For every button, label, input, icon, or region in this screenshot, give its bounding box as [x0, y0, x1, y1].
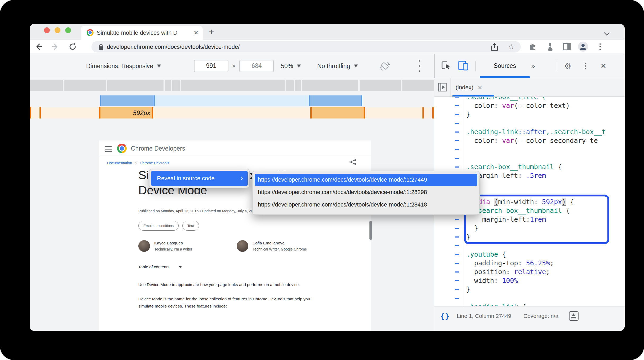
experiments-flask-icon[interactable]	[546, 43, 554, 51]
share-icon[interactable]	[491, 43, 498, 51]
open-file-icon[interactable]	[569, 311, 579, 321]
device-toolbar-toggle-icon[interactable]	[458, 60, 469, 72]
breadcrumb-link[interactable]: Documentation	[107, 161, 132, 165]
rotate-viewport-button[interactable]	[379, 60, 391, 72]
new-tab-button[interactable]: +	[209, 24, 214, 40]
forward-button[interactable]	[51, 43, 59, 51]
gutter-line-marker	[455, 228, 459, 229]
file-tab-close-icon[interactable]: ×	[478, 84, 482, 91]
code-line[interactable]: .heading-link::after,.search-box__t	[434, 128, 625, 136]
code-line[interactable]: .youtube {	[434, 250, 625, 259]
more-panels-icon[interactable]: »	[531, 62, 535, 70]
show-navigator-icon[interactable]	[434, 78, 451, 96]
media-query-orange-segment[interactable]	[312, 107, 364, 118]
dimensions-dropdown[interactable]: Dimensions: Responsive	[86, 62, 161, 69]
tab-search-chevron-icon[interactable]	[604, 30, 610, 36]
pretty-print-icon[interactable]: {}	[440, 312, 450, 320]
gutter-line-marker	[455, 97, 459, 98]
media-query-orange-segment[interactable]	[31, 107, 39, 118]
code-line[interactable]: padding-top: 56.25%;	[434, 259, 625, 267]
topic-chip[interactable]: Test	[182, 221, 199, 231]
media-query-bar-min-width[interactable]	[30, 95, 434, 106]
code-line[interactable]: position: relative;	[434, 267, 625, 276]
share-page-icon[interactable]	[349, 159, 356, 166]
hamburger-menu-icon[interactable]	[105, 146, 112, 153]
media-query-bar-max-width[interactable]: 592px	[30, 107, 434, 118]
media-query-orange-segment[interactable]	[424, 107, 432, 118]
submenu-arrow-icon: ›	[241, 171, 243, 185]
minimize-window-button[interactable]	[55, 27, 60, 33]
code-line[interactable]	[434, 294, 625, 302]
code-line[interactable]: margin-left:1rem	[434, 215, 625, 224]
code-line[interactable]: }	[434, 110, 625, 119]
side-panel-icon[interactable]	[563, 43, 571, 50]
back-button[interactable]	[34, 43, 42, 51]
table-of-contents-toggle[interactable]: Table of contents	[138, 265, 182, 269]
media-query-blue-segment[interactable]	[100, 95, 155, 106]
code-line[interactable]: color: var(--color-secondary-te	[434, 136, 625, 145]
topic-chip[interactable]: Emulate conditions	[138, 221, 179, 231]
media-query-orange-segment[interactable]: 592px	[100, 107, 152, 118]
sources-status-bar: {} Line 1, Column 27449 Coverage: n/a	[434, 306, 625, 331]
tab-sources[interactable]: Sources	[480, 54, 530, 78]
browser-menu-icon[interactable]	[599, 43, 601, 50]
extensions-puzzle-icon[interactable]	[528, 43, 536, 51]
code-line[interactable]	[434, 145, 625, 154]
code-line[interactable]	[434, 241, 625, 250]
author: Kayce BasquesTechnically, I'm a writer	[138, 239, 192, 252]
throttling-dropdown[interactable]: No throttling	[317, 62, 358, 69]
gutter-line-marker	[455, 263, 459, 264]
browser-window: Simulate mobile devices with D ✕ + devel…	[30, 24, 625, 331]
code-line[interactable]: .search-box__title {	[434, 97, 625, 101]
site-name[interactable]: Chrome Developers	[131, 141, 185, 156]
viewport-width-input[interactable]	[194, 60, 228, 72]
media-query-orange-segment[interactable]	[365, 107, 422, 118]
settings-gear-icon[interactable]: ⚙	[564, 61, 571, 71]
address-bar[interactable]: developer.chrome.com/docs/devtools/devic…	[91, 41, 521, 52]
author-name: Sofia Emelianova	[253, 241, 307, 245]
maximize-window-button[interactable]	[65, 27, 71, 33]
media-query-orange-segment[interactable]	[41, 107, 99, 118]
ruler-segment	[295, 80, 301, 91]
device-toolbar-menu-icon[interactable]	[419, 60, 420, 72]
code-line[interactable]: }	[434, 224, 625, 232]
code-line[interactable]: .heading-link {	[434, 302, 625, 306]
code-line[interactable]: width: 100%	[434, 276, 625, 285]
menu-item-reveal-in-source[interactable]: Reveal in source code ›	[151, 171, 248, 186]
zoom-dropdown[interactable]: 50%	[281, 62, 301, 69]
code-line[interactable]	[434, 154, 625, 163]
chevron-down-icon	[178, 266, 182, 268]
devtools-close-icon[interactable]: ✕	[601, 62, 606, 70]
profile-avatar[interactable]	[578, 41, 588, 52]
gutter-line-marker	[455, 280, 459, 281]
file-tab-index[interactable]: (index) ×	[451, 78, 487, 96]
devtools-menu-icon[interactable]	[585, 63, 586, 69]
ruler-segment	[402, 80, 434, 91]
browser-tab[interactable]: Simulate mobile devices with D ✕	[81, 26, 203, 40]
inspect-element-icon[interactable]	[441, 60, 451, 72]
submenu-item-source-url[interactable]: https://developer.chrome.com/docs/devtoo…	[255, 199, 477, 211]
media-query-orange-segment[interactable]	[153, 107, 310, 118]
page-scrollbar-thumb[interactable]	[369, 221, 372, 240]
viewport-height-input[interactable]	[239, 60, 274, 72]
media-query-blue-segment[interactable]	[155, 95, 309, 106]
context-submenu: https://developer.chrome.com/docs/devtoo…	[252, 171, 480, 215]
close-window-button[interactable]	[44, 27, 50, 33]
submenu-item-source-url[interactable]: https://developer.chrome.com/docs/devtoo…	[255, 186, 477, 199]
tab-title: Simulate mobile devices with D	[97, 26, 184, 40]
dimension-times-label: ×	[232, 62, 236, 69]
code-line[interactable]: }	[434, 232, 625, 241]
chevron-down-icon	[157, 65, 161, 67]
code-line[interactable]: }	[434, 285, 625, 294]
bookmark-star-icon[interactable]: ☆	[508, 41, 514, 52]
submenu-item-source-url[interactable]: https://developer.chrome.com/docs/devtoo…	[255, 174, 477, 186]
reload-button[interactable]	[68, 42, 77, 51]
code-line[interactable]: color: var(--color-text)	[434, 101, 625, 110]
code-line[interactable]: .search-box__thumbnail {	[434, 163, 625, 171]
media-query-blue-segment[interactable]	[309, 95, 362, 106]
breadcrumb-link[interactable]: Chrome DevTools	[140, 161, 169, 165]
tab-close-icon[interactable]: ✕	[194, 26, 199, 40]
breakpoint-label: 592px	[133, 107, 150, 118]
code-line[interactable]	[434, 119, 625, 128]
media-query-orange-segment[interactable]	[432, 107, 434, 118]
